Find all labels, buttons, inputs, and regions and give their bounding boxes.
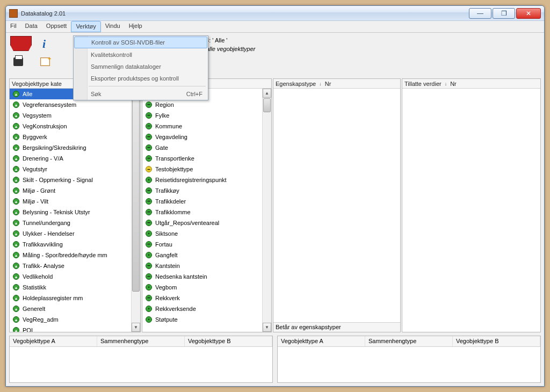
list-item[interactable]: Vegavdeling (142, 132, 262, 142)
list-item[interactable]: Fylke (142, 110, 262, 121)
sort-down-icon[interactable]: ↓ (445, 81, 447, 86)
close-button[interactable]: ✕ (516, 8, 541, 19)
list-item[interactable]: POI (10, 325, 131, 332)
list-item[interactable]: Drenering - V/A (10, 153, 131, 164)
categories-list[interactable]: AlleVegreferansesystemVegsystemVegKonstr… (10, 89, 131, 332)
minimize-button[interactable]: — (469, 8, 491, 19)
menu-item[interactable]: Kvalitetskontroll (74, 49, 208, 61)
list-item-label: Vegavdeling (155, 134, 187, 140)
relation-header-right[interactable]: Vegobjekttype A Sammenhengtype Vegobjekt… (278, 336, 540, 347)
list-item[interactable]: Kommune (142, 121, 262, 132)
col-b[interactable]: Sammenhengtype (365, 336, 453, 346)
arrow-up-icon (13, 306, 19, 312)
list-item[interactable]: Kantstein (142, 260, 262, 271)
list-item[interactable]: VegReg_adm (10, 314, 131, 325)
menu-fil[interactable]: Fil (6, 21, 21, 32)
list-item[interactable]: Tunnel/undergang (10, 217, 131, 228)
list-item[interactable]: Rekkverk (142, 293, 262, 303)
list-item[interactable]: Vegbom (142, 282, 262, 293)
list-item[interactable]: Vegsystem (10, 110, 131, 121)
arrow-up-icon (13, 230, 19, 237)
verktoy-dropdown: Kontroll av SOSI-NVDB-filerKvalitetskont… (73, 35, 208, 100)
app-icon (9, 9, 18, 18)
menu-item[interactable]: Kontroll av SOSI-NVDB-filer (74, 37, 207, 48)
list-item[interactable]: Utgår_Repos/venteareal (142, 217, 262, 228)
list-item[interactable]: Skilt - Oppmerking - Signal (10, 175, 131, 185)
menu-item[interactable]: SøkCtrl+F (74, 88, 208, 100)
list-item[interactable]: Region (142, 99, 262, 110)
list-item[interactable]: Trafikk- Analyse (10, 260, 131, 271)
scroll-down-icon[interactable]: ▼ (263, 323, 271, 332)
list-item[interactable]: Trafikkøy (142, 185, 262, 196)
list-item[interactable]: Reisetidsregistreringspunkt (142, 175, 262, 185)
list-item[interactable]: VegKonstruksjon (10, 121, 131, 132)
list-item[interactable]: Gangfelt (142, 250, 262, 260)
list-item[interactable]: Miljø - Grønt (10, 185, 131, 196)
list-item[interactable]: Støtpute (142, 314, 262, 325)
pane-categories: Vegobjekttype kate AlleVegreferansesyste… (9, 78, 141, 332)
list-item-label: Byggverk (23, 134, 47, 140)
list-item[interactable]: Byggverk (10, 132, 131, 142)
dash-icon (146, 123, 152, 129)
scroll-up-icon[interactable]: ▲ (263, 89, 271, 98)
menu-oppsett[interactable]: Oppsett (42, 21, 71, 32)
menu-data[interactable]: Data (21, 21, 42, 32)
col-a[interactable]: Vegobjekttype A (278, 336, 365, 346)
new-document-icon[interactable] (40, 57, 50, 66)
relation-header-left[interactable]: Vegobjekttype A Sammenhengtype Vegobjekt… (10, 336, 272, 347)
list-item[interactable]: Statistikk (10, 282, 131, 293)
scroll-down-icon[interactable]: ▼ (132, 323, 140, 332)
list-item[interactable]: Testobjekttype (142, 164, 262, 175)
col-a[interactable]: Vegobjekttype A (10, 336, 97, 346)
list-item[interactable]: Miljø - Vilt (10, 196, 131, 207)
menu-hjelp[interactable]: Hjelp (125, 21, 147, 32)
col-c[interactable]: Vegobjekttype B (453, 336, 540, 346)
menu-separator (89, 86, 206, 86)
scrollbar[interactable]: ▲ ▼ (131, 89, 140, 332)
scroll-thumb[interactable] (132, 98, 140, 292)
maximize-button[interactable]: ❐ (493, 8, 515, 19)
scroll-thumb[interactable] (263, 98, 271, 112)
list-item[interactable]: Ulykker - Hendelser (10, 228, 131, 239)
list-item-label: Trafikklomme (155, 209, 191, 215)
list-item[interactable]: Belysning - Teknisk Utstyr (10, 207, 131, 217)
dot-icon (146, 230, 152, 237)
list-item[interactable]: Nedsenka kantstein (142, 271, 262, 282)
properties-list[interactable] (273, 89, 400, 332)
values-list[interactable] (402, 89, 540, 332)
list-item[interactable]: Trafikkavvikling (10, 239, 131, 250)
list-item-label: Trafikkdeler (155, 198, 186, 205)
arrow-up-icon (13, 209, 19, 215)
list-item[interactable]: Rekkverksende (142, 303, 262, 314)
list-item-label: Rekkverk (155, 295, 180, 301)
list-item[interactable]: Holdeplassregister mm (10, 293, 131, 303)
list-item-label: Utgår_Repos/venteareal (155, 220, 219, 226)
list-item[interactable]: Bergsikring/Skredsikring (10, 142, 131, 153)
list-item-label: Gangfelt (155, 252, 178, 258)
col-b[interactable]: Sammenhengtype (97, 336, 185, 346)
objects-list[interactable]: VegreferanseRegionFylkeKommuneVegavdelin… (142, 89, 262, 332)
list-item[interactable]: Vedlikehold (10, 271, 131, 282)
arrow-up-icon (13, 112, 19, 119)
list-item[interactable]: Fortau (142, 239, 262, 250)
list-item[interactable]: Siktsone (142, 228, 262, 239)
scrollbar[interactable]: ▲ ▼ (262, 89, 271, 332)
list-item[interactable]: Trafikklomme (142, 207, 262, 217)
menu-item[interactable]: Sammenlign datakataloger (74, 61, 208, 72)
menu-item[interactable]: Eksporter produktspes og kontroll (74, 72, 208, 84)
info-icon[interactable]: i (42, 37, 46, 51)
menu-verktøy[interactable]: Verktøy (71, 21, 100, 32)
list-item[interactable]: Gate (142, 142, 262, 153)
list-item[interactable]: Transportlenke (142, 153, 262, 164)
print-icon[interactable] (13, 57, 23, 66)
list-item[interactable]: Måling - Spor/bredde/høyde mm (10, 250, 131, 260)
sort-down-icon[interactable]: ↓ (319, 81, 322, 86)
pane-values-header[interactable]: Tillatte verdier ↓ Nr (402, 79, 540, 89)
list-item[interactable]: Vegutstyr (10, 164, 131, 175)
list-item[interactable]: Trafikkdeler (142, 196, 262, 207)
list-item[interactable]: Vegreferansesystem (10, 99, 131, 110)
list-item[interactable]: Generelt (10, 303, 131, 314)
menu-vindu[interactable]: Vindu (101, 21, 125, 32)
col-c[interactable]: Vegobjekttype B (185, 336, 272, 346)
pane-properties-header[interactable]: Egenskapstype ↓ Nr (273, 79, 400, 89)
